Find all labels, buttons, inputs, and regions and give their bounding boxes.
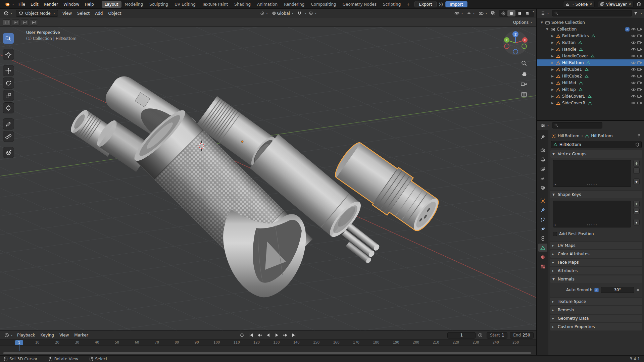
playhead-frame-badge[interactable]: 1 [15,340,23,345]
navigation-gizmo[interactable]: Z X Y [503,30,528,56]
select-mode-set-button[interactable] [3,19,11,25]
auto-keying-button[interactable] [238,332,246,339]
eye-icon[interactable] [631,28,636,31]
select-mode-invert-button[interactable] [30,19,38,25]
disclosure-triangle-icon[interactable]: ▼ [540,21,544,24]
viewport-3d-canvas[interactable]: User Perspective (1) Collection | HiltBo… [0,27,536,330]
panel-header-attributes[interactable]: ▸Attributes [550,267,642,274]
disclosure-triangle-icon[interactable]: ▶ [550,34,555,38]
auto-smooth-checkbox[interactable]: ✓ [594,288,599,292]
timeline-menu-item[interactable]: View [57,332,71,339]
vertex-group-add-button[interactable]: + [633,160,640,166]
panel-header-texture-space[interactable]: ▸Texture Space [550,298,642,305]
eye-icon[interactable] [631,81,636,85]
outliner-object-row[interactable]: ▶ HiltCube2 [537,73,644,80]
app-menu-item[interactable]: File [16,1,28,8]
shading-rendered-button[interactable] [524,10,532,16]
filter-dropdown[interactable]: ▾ [641,12,642,15]
disclosure-triangle-icon[interactable]: ▶ [550,88,555,91]
outliner-search-input[interactable] [560,11,630,15]
eye-icon[interactable] [631,54,636,58]
camera-icon[interactable] [637,48,642,51]
workspace-tab[interactable]: Geometry Nodes [340,1,380,8]
camera-icon[interactable] [637,68,642,71]
jump-to-start-button[interactable] [247,332,255,339]
disclosure-triangle-icon[interactable]: ▶ [550,61,555,64]
vertex-group-specials-button[interactable]: ▾ [633,178,640,185]
pin-icon[interactable] [637,134,641,138]
timeline-scrollbar[interactable] [3,352,531,354]
zoom-icon[interactable] [521,60,527,66]
shape-keys-list[interactable]: ▸ ∙∙∙∙∙ [553,201,631,227]
tab-world[interactable] [538,184,547,192]
camera-icon[interactable] [637,41,642,44]
outliner-object-row[interactable]: ▶ HiltMid [537,80,644,86]
viewport-menu-item[interactable]: Select [75,10,92,17]
panel-header-face-maps[interactable]: ▸Face Maps [550,259,642,266]
outliner-editor-type-button[interactable]: ▾ [539,10,550,16]
camera-icon[interactable] [637,81,642,85]
panel-header-color-attributes[interactable]: ▸Color Attributes [550,250,642,258]
gizmos-dropdown[interactable]: ▾ [465,10,476,16]
timeline-ruler[interactable]: 10 20 30 40 50 60 70 80 [0,340,536,346]
outliner-object-row[interactable]: ▶ SideCoverR [537,100,644,106]
vertex-group-remove-button[interactable]: − [633,167,640,174]
viewport-menu-item[interactable]: Add [93,10,105,17]
import-button[interactable]: Import [445,1,467,7]
shape-key-specials-button[interactable]: ▾ [633,219,640,225]
camera-icon[interactable] [637,101,642,105]
timeline-menu-item[interactable]: Playback [15,332,38,339]
camera-icon[interactable] [637,28,642,31]
timeline-menu-item[interactable]: Keying [38,332,56,339]
animate-decorator-icon[interactable]: ● [636,288,640,292]
breadcrumb-object[interactable]: HiltBottom [558,134,579,138]
disclosure-triangle-icon[interactable]: ▼ [545,28,549,31]
unlink-scene-icon[interactable]: ✕ [589,2,592,6]
filter-funnel-icon[interactable] [634,11,638,15]
outliner-object-row[interactable]: ▶ HiltBottom [537,59,644,66]
disclosure-triangle-icon[interactable]: ▶ [550,81,555,85]
proportional-edit-button[interactable]: ▾ [307,10,318,16]
tab-object-data[interactable] [538,244,547,252]
tool-add-cube[interactable] [3,147,14,158]
snap-toggle-button[interactable] [296,10,303,16]
tab-object[interactable] [538,197,547,205]
tool-cursor[interactable] [3,49,14,60]
workspace-tab[interactable]: Shading [231,1,254,8]
tab-particles[interactable] [538,215,547,223]
select-mode-extend-button[interactable] [12,19,20,25]
disclosure-triangle-icon[interactable]: ▶ [550,68,555,71]
frame-start-field[interactable]: Start1 [487,332,507,339]
viewlayer-selector[interactable]: ViewLayer ✕ [598,1,634,8]
outliner-object-row[interactable]: ▶ BottomSticks [537,33,644,39]
app-menu-item[interactable]: Edit [28,1,41,8]
panel-header-remesh[interactable]: ▸Remesh [550,306,642,314]
tab-output[interactable] [538,155,547,163]
overlays-dropdown[interactable]: ▾ [477,11,489,16]
blender-logo-icon[interactable]: ▾ [3,1,15,8]
frame-end-field[interactable]: End250 [510,332,534,339]
panel-header-shape-keys[interactable]: ▼Shape Keys [550,191,642,198]
disclosure-triangle-icon[interactable]: ▶ [550,95,555,98]
outliner-object-row[interactable]: ▶ HiltCube1 [537,66,644,73]
disclosure-triangle-icon[interactable]: ▶ [550,54,555,58]
outliner-object-row[interactable]: ▶ HiltTop [537,86,644,93]
outliner-object-row[interactable]: ▶ Handle [537,46,644,53]
workspace-tab[interactable]: UV Editing [171,1,199,8]
workspace-tab[interactable]: Sculpting [146,1,171,8]
workspace-tab[interactable]: Compositing [308,1,339,8]
disclosure-triangle-icon[interactable]: ▶ [550,74,555,78]
layers-stack-icon[interactable] [636,2,641,7]
add-workspace-button[interactable]: + [404,1,412,7]
eye-icon[interactable] [631,74,636,78]
tab-scene[interactable] [538,174,547,182]
fake-user-shield-icon[interactable] [636,143,639,147]
disclosure-triangle-icon[interactable]: ▶ [550,48,555,51]
app-menu-item[interactable]: Render [41,1,61,8]
camera-icon[interactable] [637,54,642,58]
viewport-menu-item[interactable]: View [60,10,74,17]
timeline-editor-type-button[interactable]: ▾ [3,332,14,338]
list-filter-arrow-icon[interactable]: ▸ [555,223,556,226]
workspace-tab[interactable]: Layout [102,1,121,8]
tab-tool[interactable] [538,133,547,141]
